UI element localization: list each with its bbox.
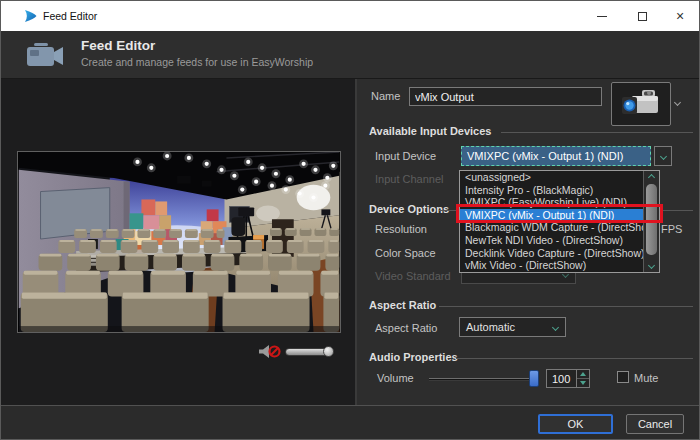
dropdown-item[interactable]: Intensity Pro - (BlackMagic) [460, 184, 659, 197]
cancel-button[interactable]: Cancel [626, 414, 684, 434]
input-channel-label: Input Channel [375, 173, 444, 185]
mute-label: Mute [634, 372, 658, 384]
chevron-down-icon [552, 324, 559, 331]
section-line [501, 132, 693, 133]
minimize-button[interactable] [585, 1, 619, 31]
aspect-ratio-value: Automatic [466, 321, 515, 333]
volume-value[interactable]: 100 [552, 373, 570, 385]
color-space-label: Color Space [375, 247, 436, 259]
input-device-combobox[interactable]: VMIXPC (vMix - Output 1) (NDI) [461, 146, 651, 166]
arrow-up-icon [580, 372, 586, 376]
video-camera-3d-icon [620, 88, 662, 120]
section-line [456, 358, 693, 359]
section-title-input-devices: Available Input Devices [369, 125, 491, 137]
ok-button[interactable]: OK [538, 414, 613, 434]
feed-editor-window: Feed Editor × Feed Editor Create and man… [0, 0, 700, 440]
dialog-header: Feed Editor Create and manage feeds for … [1, 31, 699, 79]
resolution-label: Resolution [375, 223, 427, 235]
device-icon-button[interactable] [611, 82, 671, 126]
muted-speaker-icon[interactable] [259, 345, 283, 360]
minimize-icon [597, 16, 607, 17]
aspect-ratio-label: Aspect Ratio [375, 322, 437, 334]
easyworship-logo-icon [23, 9, 38, 23]
titlebar: Feed Editor × [1, 1, 699, 31]
mute-checkbox[interactable] [617, 371, 629, 383]
header-subtitle: Create and manage feeds for use in EasyW… [81, 56, 313, 68]
annotation-highlight-box [456, 204, 663, 223]
spinner-down-button[interactable] [577, 379, 589, 388]
maximize-button[interactable] [625, 1, 659, 31]
scroll-down-icon[interactable] [648, 262, 655, 269]
aspect-ratio-combobox[interactable]: Automatic [459, 317, 566, 337]
section-title-aspect-ratio: Aspect Ratio [369, 299, 436, 311]
header-title: Feed Editor [81, 38, 155, 53]
preview-volume-knob[interactable] [323, 346, 334, 357]
fps-label: FPS [661, 223, 682, 235]
video-camera-icon [27, 43, 65, 69]
section-title-audio: Audio Properties [369, 351, 458, 363]
scroll-up-icon[interactable] [648, 174, 655, 181]
input-device-combobox-button[interactable] [654, 146, 672, 166]
dialog-footer: OK Cancel [1, 405, 699, 440]
dropdown-item[interactable]: Decklink Video Capture - (DirectShow) [460, 247, 659, 260]
dropdown-item[interactable]: <unassigned> [460, 171, 659, 184]
close-button[interactable]: × [663, 1, 697, 31]
name-input[interactable] [409, 87, 602, 106]
input-device-label: Input Device [375, 150, 436, 162]
dropdown-item[interactable]: Blackmagic WDM Capture - (DirectShow) [460, 221, 659, 234]
section-title-device-options: Device Options [369, 203, 449, 215]
spinner-buttons [576, 370, 589, 387]
video-standard-label: Video Standard [375, 270, 451, 282]
name-label: Name [371, 90, 400, 102]
dropdown-item[interactable]: vMix Video - (DirectShow) [460, 259, 659, 272]
dropdown-item[interactable]: NewTek NDI Video - (DirectShow) [460, 234, 659, 247]
volume-slider-thumb[interactable] [529, 370, 539, 387]
video-preview [17, 151, 341, 333]
close-icon: × [676, 9, 684, 23]
chevron-down-icon [659, 152, 666, 159]
maximize-icon [638, 12, 647, 21]
volume-slider-track[interactable] [429, 378, 539, 381]
window-title: Feed Editor [43, 10, 97, 22]
spinner-up-button[interactable] [577, 370, 589, 379]
arrow-down-icon [580, 381, 586, 385]
section-line [439, 306, 693, 307]
volume-label: Volume [377, 372, 414, 384]
volume-spinner[interactable]: 100 [546, 369, 590, 388]
